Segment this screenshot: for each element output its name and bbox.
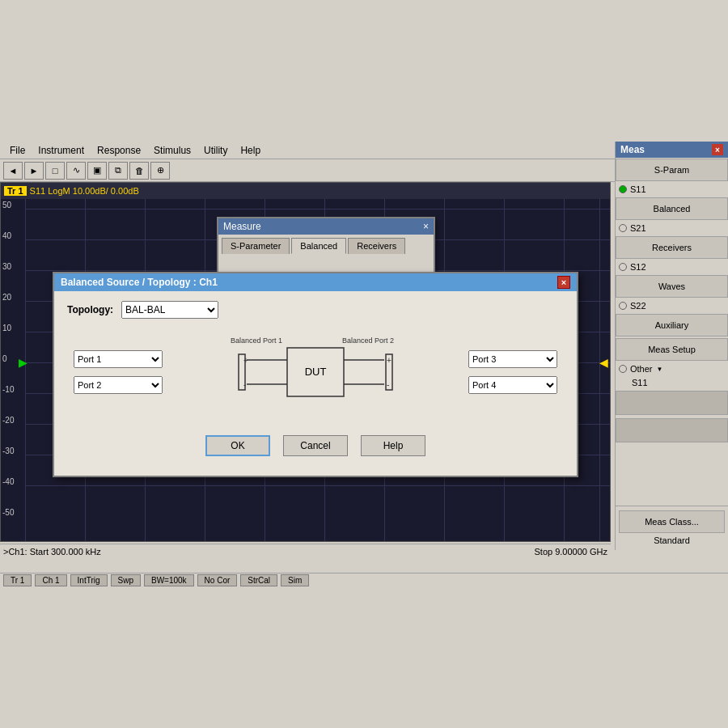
start-freq: >Ch1: Start 300.000 kHz: [3, 547, 101, 557]
s12-radio[interactable]: [619, 263, 627, 271]
svg-text:+: +: [243, 356, 248, 365]
tab-bw[interactable]: BW=100k: [144, 574, 194, 586]
port-right-column: Port 3 Port 1 Port 2 Port 4 Port 4 Port …: [468, 350, 557, 394]
panel-title: Meas: [620, 144, 645, 155]
s-param-button[interactable]: S-Param: [616, 159, 728, 181]
measure-tabs: S-Parameter Balanced Receivers: [218, 235, 434, 254]
tab-s-parameter[interactable]: S-Parameter: [222, 238, 290, 254]
toolbar-fwd[interactable]: ►: [24, 162, 44, 180]
tab-nocor[interactable]: No Cor: [197, 574, 238, 586]
toolbar: ◄ ► □ ∿ ▣ ⧉ 🗑 ⊕: [0, 159, 615, 182]
s22-label: S22: [630, 301, 646, 311]
port3-select[interactable]: Port 3 Port 1 Port 2 Port 4: [468, 350, 557, 368]
menu-stimulus[interactable]: Stimulus: [147, 143, 197, 158]
v-grid-10: [599, 199, 600, 541]
bal-topology-dialog: Balanced Source / Topology : Ch1 × Topol…: [53, 272, 578, 477]
toolbar-wave[interactable]: ∿: [66, 162, 86, 180]
tab-tr1[interactable]: Tr 1: [3, 574, 32, 586]
balanced-button[interactable]: Balanced: [616, 197, 728, 220]
stop-freq: Stop 9.00000 GHz: [534, 547, 607, 557]
dut-svg: DUT Balanced Port 1 Balanced Port 2 + -: [222, 332, 408, 413]
s11-radio[interactable]: [619, 185, 627, 193]
other-row[interactable]: Other ▼: [616, 362, 728, 376]
menu-help[interactable]: Help: [234, 143, 267, 158]
bal-ok-button[interactable]: OK: [205, 435, 270, 456]
s22-row[interactable]: S22: [616, 298, 728, 313]
toolbar-zoom[interactable]: ⊕: [150, 162, 170, 180]
svg-text:Balanced Port 1: Balanced Port 1: [231, 336, 282, 345]
waves-button[interactable]: Waves: [616, 275, 728, 298]
svg-text:-: -: [387, 380, 389, 389]
svg-text:DUT: DUT: [305, 366, 327, 378]
menu-instrument[interactable]: Instrument: [32, 143, 91, 158]
y-label-neg40: -40: [2, 477, 14, 486]
menu-file[interactable]: File: [3, 143, 32, 158]
toolbar-save[interactable]: □: [45, 162, 65, 180]
y-label-neg50: -50: [2, 508, 14, 517]
toolbar-copy[interactable]: ⧉: [108, 162, 128, 180]
tab-sim[interactable]: Sim: [281, 574, 309, 586]
measure-dialog-title: Measure ×: [218, 218, 434, 235]
bal-dialog-title-text: Balanced Source / Topology : Ch1: [61, 277, 218, 288]
other-dropdown-icon[interactable]: ▼: [656, 365, 664, 373]
tab-balanced[interactable]: Balanced: [291, 238, 346, 254]
right-arrow: ◀: [599, 356, 608, 369]
grid-line-50: [25, 209, 610, 210]
meas-setup-button[interactable]: Meas Setup: [616, 338, 728, 361]
s11-row[interactable]: S11: [616, 182, 728, 197]
bal-close-button[interactable]: ×: [557, 276, 570, 289]
topology-select[interactable]: BAL-BAL BAL-SE SE-BAL SE-SE: [121, 301, 218, 319]
status-bar: >Ch1: Start 300.000 kHz Stop 9.00000 GHz: [0, 544, 611, 558]
panel-close-button[interactable]: ×: [712, 144, 723, 155]
panel-title-bar: Meas ×: [616, 142, 728, 158]
port2-select[interactable]: Port 2 Port 1 Port 3 Port 4: [74, 376, 163, 394]
port4-select[interactable]: Port 4 Port 1 Port 2 Port 3: [468, 376, 557, 394]
port1-select[interactable]: Port 1 Port 2 Port 3 Port 4: [74, 350, 163, 368]
y-label-10: 10: [2, 324, 11, 332]
bal-content: Topology: BAL-BAL BAL-SE SE-BAL SE-SE Po…: [54, 291, 577, 476]
receivers-button[interactable]: Receivers: [616, 236, 728, 259]
y-label-40: 40: [2, 231, 11, 240]
menu-utility[interactable]: Utility: [197, 143, 234, 158]
topology-label: Topology:: [67, 304, 113, 315]
bal-cancel-button[interactable]: Cancel: [283, 435, 348, 456]
dut-diagram: DUT Balanced Port 1 Balanced Port 2 + -: [163, 332, 468, 413]
y-label-20: 20: [2, 293, 11, 302]
meas-class-value: Standard: [619, 534, 725, 547]
tab-receivers[interactable]: Receivers: [348, 238, 405, 254]
zero-arrow: ▶: [19, 356, 28, 369]
bal-help-button[interactable]: Help: [361, 435, 425, 456]
y-label-neg20: -20: [2, 416, 14, 425]
s21-label: S21: [630, 223, 646, 233]
meas-class-button[interactable]: Meas Class...: [619, 510, 725, 533]
auxiliary-button[interactable]: Auxiliary: [616, 314, 728, 336]
s12-row[interactable]: S12: [616, 260, 728, 274]
v-grid-0: [25, 199, 26, 541]
toolbar-back[interactable]: ◄: [3, 162, 23, 180]
bal-dialog-title: Balanced Source / Topology : Ch1 ×: [54, 273, 577, 291]
tab-strcal[interactable]: StrCal: [240, 574, 277, 586]
app-window: File Instrument Response Stimulus Utilit…: [0, 0, 728, 728]
dialog-buttons: OK Cancel Help: [67, 429, 564, 466]
trace-label: Tr 1: [4, 186, 27, 196]
tab-bar: Tr 1 Ch 1 IntTrig Swp BW=100k No Cor Str…: [0, 573, 728, 586]
s21-radio[interactable]: [619, 224, 627, 232]
y-label-30: 30: [2, 262, 11, 271]
toolbar-rect[interactable]: ▣: [87, 162, 107, 180]
tab-inttrig[interactable]: IntTrig: [70, 574, 108, 586]
tab-swp[interactable]: Swp: [111, 574, 141, 586]
tab-ch1[interactable]: Ch 1: [35, 574, 66, 586]
menu-response[interactable]: Response: [91, 143, 147, 158]
y-label-neg30: -30: [2, 447, 14, 455]
menu-bar: File Instrument Response Stimulus Utilit…: [0, 142, 615, 159]
measure-close-button[interactable]: ×: [423, 221, 429, 232]
gray-btn-2: [616, 418, 728, 442]
chart-title-bar: Tr 1 S11 LogM 10.00dB/ 0.00dB: [1, 183, 610, 199]
toolbar-delete[interactable]: 🗑: [129, 162, 149, 180]
right-panel: Meas × S-Param S11 Balanced S21 Receiver…: [615, 142, 728, 550]
s21-row[interactable]: S21: [616, 221, 728, 235]
s22-radio[interactable]: [619, 302, 627, 310]
measure-dialog-title-text: Measure: [223, 221, 261, 232]
other-radio[interactable]: [619, 365, 627, 373]
y-label-0: 0: [2, 354, 7, 363]
